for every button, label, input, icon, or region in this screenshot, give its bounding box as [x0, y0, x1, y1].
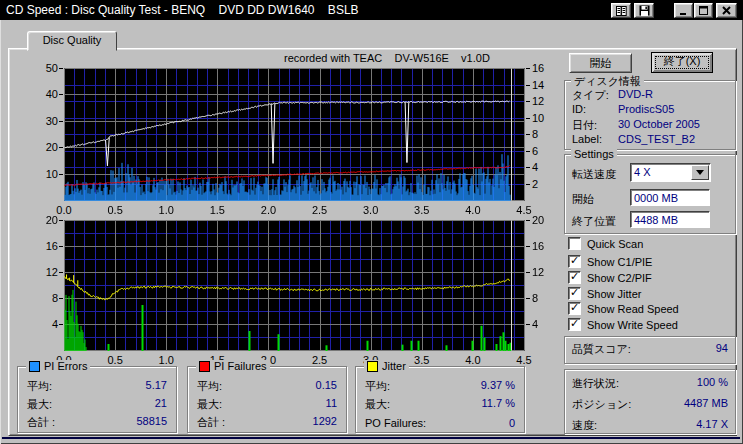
checkbox-quick-scan[interactable]: Quick Scan	[568, 237, 643, 250]
axis-tick-mark	[526, 101, 530, 102]
speed-value: 4.17 X	[696, 418, 728, 433]
pi-failures-swatch-icon	[199, 361, 210, 372]
disc-date-value: 30 October 2005	[618, 118, 700, 130]
axis-tick-label: 3.5	[407, 354, 437, 366]
axis-tick-mark	[59, 324, 63, 325]
avg-label: 平均:	[197, 379, 222, 393]
close-icon[interactable]	[716, 3, 737, 18]
max-label: 最大:	[365, 397, 390, 411]
disc-id-label: ID:	[572, 103, 586, 115]
axis-tick-label: 4.0	[458, 354, 488, 366]
speed-select[interactable]: 4 X	[630, 163, 711, 182]
disc-label-value: CDS_TEST_B2	[618, 133, 695, 145]
exit-button[interactable]: 終了(X)	[651, 52, 713, 73]
start-pos-input[interactable]: 0000 MB	[630, 189, 710, 206]
axis-tick-label: 16	[532, 240, 556, 252]
exit-button-label: 終了(X)	[653, 54, 711, 71]
axis-tick-label: 3.0	[356, 204, 386, 216]
axis-tick-label: 12	[532, 266, 556, 278]
position-label: ポジション:	[572, 397, 631, 412]
axis-tick-mark	[59, 147, 63, 148]
axis-tick-label: 8	[36, 292, 58, 304]
pi-failures-jitter-chart	[64, 220, 525, 351]
quality-score-label: 品質スコア:	[572, 342, 631, 357]
show-read-speed-checkbox[interactable]	[568, 302, 581, 315]
end-pos-input[interactable]: 4488 MB	[630, 211, 710, 228]
pi-failures-stats-box: PI Failures 平均:0.15 最大:11 合計 :1292	[187, 366, 347, 433]
show-write-speed-checkbox[interactable]	[568, 318, 581, 331]
avg-label: 平均:	[27, 379, 52, 393]
axis-tick-label: 20	[36, 214, 58, 226]
axis-tick-label: 40	[36, 88, 58, 100]
progress-row: 進行状況: 100 %	[572, 376, 728, 391]
disc-date-label: 日付:	[572, 118, 597, 133]
axis-tick-mark	[526, 324, 530, 325]
minimize-icon[interactable]	[674, 3, 693, 18]
settings-legend: Settings	[571, 148, 617, 160]
axis-tick-mark	[59, 68, 63, 69]
max-label: 最大:	[197, 397, 222, 411]
chevron-down-icon[interactable]	[691, 165, 709, 180]
quality-score-value: 94	[716, 342, 728, 357]
jitter-legend: Jitter	[382, 360, 406, 372]
axis-tick-mark	[59, 94, 63, 95]
axis-tick-mark	[526, 151, 530, 152]
axis-tick-label: 20	[532, 214, 556, 226]
checkbox-show-c2-pif[interactable]: Show C2/PIF	[568, 271, 652, 284]
speed-select-value: 4 X	[634, 166, 651, 178]
axis-tick-mark	[526, 68, 530, 69]
progress-value: 100 %	[697, 376, 728, 391]
axis-tick-mark	[526, 220, 530, 221]
max-value: 11.7 %	[482, 397, 515, 411]
axis-tick-mark	[526, 134, 530, 135]
axis-tick-mark	[59, 246, 63, 247]
pi-errors-stats-box: PI Errors 平均:5.17 最大:21 合計 :58815	[17, 366, 177, 433]
disc-id-value: ProdiscS05	[618, 103, 674, 115]
axis-tick-label: 20	[36, 141, 58, 153]
checkbox-show-read-speed[interactable]: Show Read Speed	[568, 302, 679, 315]
recorded-with-note: recorded with TEAC DV-W516E v1.0D	[284, 52, 490, 64]
axis-tick-label: 2.5	[305, 354, 335, 366]
speed-label: 速度:	[572, 418, 597, 433]
checkbox-show-write-speed[interactable]: Show Write Speed	[568, 318, 678, 331]
maximize-icon[interactable]	[694, 3, 713, 18]
axis-tick-mark	[526, 246, 530, 247]
axis-tick-mark	[59, 174, 63, 175]
axis-tick-label: 1.5	[202, 204, 232, 216]
save-icon[interactable]	[634, 3, 654, 18]
show-c1-pie-checkbox[interactable]	[568, 255, 581, 268]
axis-tick-label: 50	[36, 62, 58, 74]
window-bottom-edge	[2, 437, 740, 439]
axis-tick-label: 30	[36, 115, 58, 127]
axis-tick-label: 8	[532, 128, 556, 140]
avg-value: 9.37 %	[481, 379, 515, 393]
axis-tick-label: 10	[532, 112, 556, 124]
show-jitter-checkbox[interactable]	[568, 287, 581, 300]
axis-tick-label: 2	[532, 178, 556, 190]
tab-disc-quality[interactable]: Disc Quality	[27, 31, 117, 51]
max-value: 11	[326, 397, 337, 411]
show-c2-pif-checkbox[interactable]	[568, 271, 581, 284]
po-failures-label: PO Failures:	[365, 417, 426, 431]
start-button[interactable]: 開始	[569, 53, 632, 73]
speed-select-label: 転送速度	[572, 167, 616, 182]
progress-label: 進行状況:	[572, 376, 619, 391]
jitter-stats-box: Jitter 平均:9.37 % 最大:11.7 % PO Failures:0	[355, 366, 525, 433]
total-label: 合計 :	[197, 415, 225, 429]
disc-type-value: DVD-R	[618, 88, 653, 100]
checkbox-show-c1-pie[interactable]: Show C1/PIE	[568, 255, 652, 268]
jitter-swatch-icon	[367, 361, 378, 372]
end-pos-label: 終了位置	[572, 214, 616, 229]
pi-errors-legend: PI Errors	[44, 360, 87, 372]
start-pos-label: 開始	[572, 192, 594, 207]
axis-tick-mark	[526, 184, 530, 185]
quick-scan-checkbox[interactable]	[568, 237, 581, 250]
axis-tick-label: 2.5	[305, 204, 335, 216]
avg-label: 平均:	[365, 379, 390, 393]
axis-tick-label: 1.0	[151, 204, 181, 216]
titlebar[interactable]: CD Speed : Disc Quality Test - BENQ DVD …	[0, 0, 743, 20]
axis-tick-label: 0.5	[100, 354, 130, 366]
copy-icon[interactable]	[611, 3, 631, 18]
axis-tick-label: 12	[36, 266, 58, 278]
checkbox-show-jitter[interactable]: Show Jitter	[568, 287, 641, 300]
